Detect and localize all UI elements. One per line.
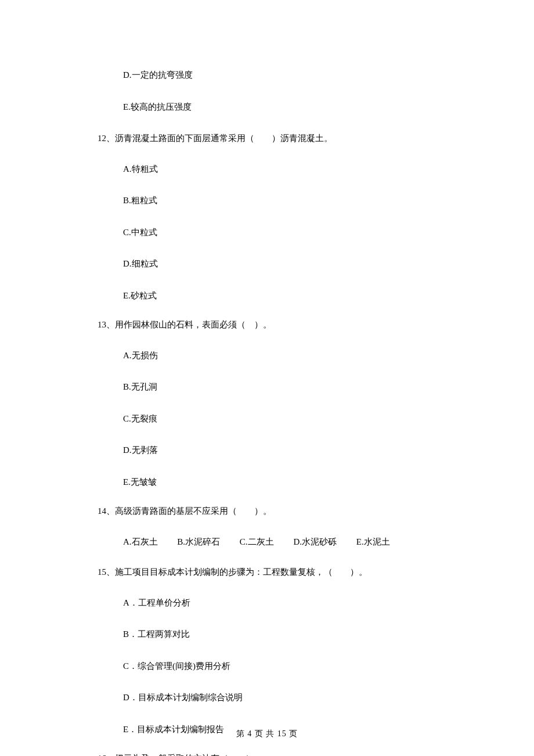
option-a: A.特粗式 [123, 163, 447, 176]
option-e-continued: E.较高的抗压强度 [123, 100, 447, 114]
question-number: 14、 [98, 506, 115, 516]
option-a: A．工程单价分析 [123, 596, 447, 610]
question-text: 16、扭亏为盈一般采取的方法有（ ）。 [98, 752, 447, 756]
question-body: 沥青混凝土路面的下面层通常采用（ ）沥青混凝土。 [115, 134, 333, 143]
option-b: B.无孔洞 [123, 380, 447, 394]
question-number: 13、 [98, 320, 115, 329]
question-text: 14、高级沥青路面的基层不应采用（ ）。 [98, 505, 447, 518]
question-number: 12、 [98, 134, 115, 143]
option-d-continued: D.一定的抗弯强度 [123, 69, 447, 82]
option-b: B.水泥碎石 [177, 535, 220, 549]
question-13: 13、用作园林假山的石料，表面必须（ ）。 A.无损伤 B.无孔洞 C.无裂痕 … [98, 318, 447, 488]
option-d: D.细粒式 [123, 257, 447, 271]
option-d: D.水泥砂砾 [293, 535, 337, 549]
question-body: 施工项目目标成本计划编制的步骤为：工程数量复核，（ ）。 [115, 567, 367, 577]
option-a: A.石灰土 [123, 535, 158, 549]
option-d: D.无剥落 [123, 444, 447, 457]
option-b: B．工程两算对比 [123, 628, 447, 641]
option-e: E.砂粒式 [123, 289, 447, 303]
page-content: D.一定的抗弯强度 E.较高的抗压强度 12、沥青混凝土路面的下面层通常采用（ … [0, 0, 534, 756]
option-e: E.水泥土 [356, 535, 390, 549]
page-footer: 第 4 页 共 15 页 [0, 729, 534, 739]
option-d: D．目标成本计划编制综合说明 [123, 691, 447, 704]
question-12: 12、沥青混凝土路面的下面层通常采用（ ）沥青混凝土。 A.特粗式 B.粗粒式 … [98, 132, 447, 302]
question-text: 13、用作园林假山的石料，表面必须（ ）。 [98, 318, 447, 332]
option-c: C．综合管理(间接)费用分析 [123, 660, 447, 673]
question-text: 12、沥青混凝土路面的下面层通常采用（ ）沥青混凝土。 [98, 132, 447, 145]
question-body: 高级沥青路面的基层不应采用（ ）。 [115, 506, 272, 516]
question-16: 16、扭亏为盈一般采取的方法有（ ）。 A．编制全面、合理、可操作性的项目目标成… [98, 752, 447, 756]
question-number: 16、 [98, 754, 115, 756]
option-c: C.无裂痕 [123, 412, 447, 426]
question-body: 扭亏为盈一般采取的方法有（ ）。 [115, 754, 263, 756]
option-c: C.中粒式 [123, 226, 447, 239]
question-15: 15、施工项目目标成本计划编制的步骤为：工程数量复核，（ ）。 A．工程单价分析… [98, 566, 447, 736]
question-number: 15、 [98, 567, 115, 577]
option-c: C.二灰土 [240, 535, 274, 549]
option-b: B.粗粒式 [123, 194, 447, 207]
question-14: 14、高级沥青路面的基层不应采用（ ）。 A.石灰土 B.水泥碎石 C.二灰土 … [98, 505, 447, 548]
inline-options: A.石灰土 B.水泥碎石 C.二灰土 D.水泥砂砾 E.水泥土 [123, 535, 447, 549]
question-body: 用作园林假山的石料，表面必须（ ）。 [115, 320, 272, 329]
question-text: 15、施工项目目标成本计划编制的步骤为：工程数量复核，（ ）。 [98, 566, 447, 579]
option-a: A.无损伤 [123, 349, 447, 362]
option-e: E.无皱皱 [123, 476, 447, 489]
